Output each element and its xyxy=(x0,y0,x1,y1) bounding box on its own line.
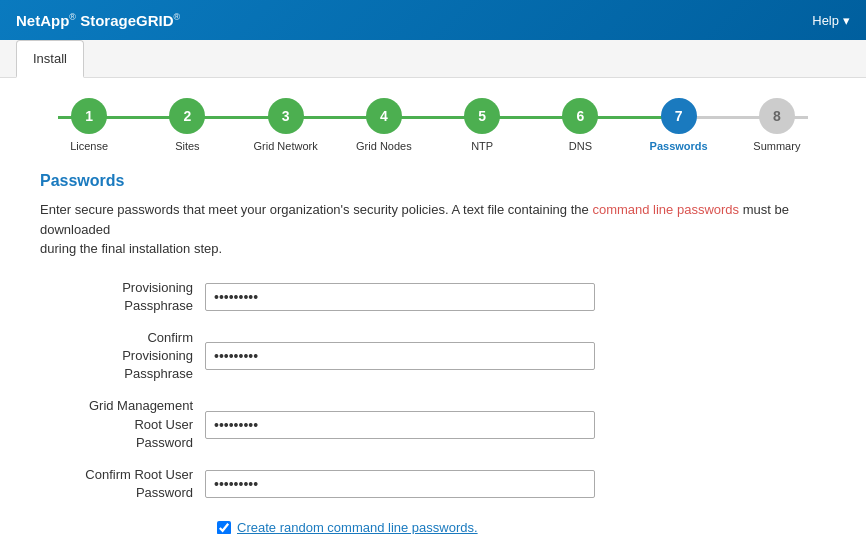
step-label-6: DNS xyxy=(569,140,592,152)
provisioning-passphrase-label: ProvisioningPassphrase xyxy=(40,279,205,329)
step-label-7: Passwords xyxy=(650,140,708,152)
confirm-root-input[interactable] xyxy=(205,470,595,498)
step-circle-7: 7 xyxy=(661,98,697,134)
step-circle-6: 6 xyxy=(562,98,598,134)
step-circle-2: 2 xyxy=(169,98,205,134)
step-label-1: License xyxy=(70,140,108,152)
confirm-provisioning-input[interactable] xyxy=(205,342,595,370)
command-line-passwords-link[interactable]: command line passwords xyxy=(592,202,739,217)
provisioning-passphrase-row: ProvisioningPassphrase xyxy=(40,279,740,329)
confirm-root-cell xyxy=(205,466,740,516)
step-7[interactable]: 7 Passwords xyxy=(630,98,728,152)
step-label-4: Grid Nodes xyxy=(356,140,412,152)
step-3[interactable]: 3 Grid Network xyxy=(237,98,335,152)
step-circle-5: 5 xyxy=(464,98,500,134)
random-passwords-row: Create random command line passwords. xyxy=(40,520,826,534)
help-label: Help xyxy=(812,13,839,28)
wizard-steps: 1 License 2 Sites 3 Grid Network 4 Grid … xyxy=(40,98,826,152)
passwords-form: ProvisioningPassphrase ConfirmProvisioni… xyxy=(40,279,740,517)
logo-text: NetApp xyxy=(16,12,69,29)
confirm-provisioning-row: ConfirmProvisioningPassphrase xyxy=(40,329,740,398)
confirm-root-label: Confirm Root UserPassword xyxy=(40,466,205,516)
step-1[interactable]: 1 License xyxy=(40,98,138,152)
confirm-provisioning-cell xyxy=(205,329,740,398)
random-passwords-label[interactable]: Create random command line passwords. xyxy=(237,520,478,534)
grid-management-cell xyxy=(205,397,740,466)
step-5[interactable]: 5 NTP xyxy=(433,98,531,152)
step-label-3: Grid Network xyxy=(254,140,318,152)
confirm-provisioning-label: ConfirmProvisioningPassphrase xyxy=(40,329,205,398)
step-circle-1: 1 xyxy=(71,98,107,134)
description-text-4: during the final installation step. xyxy=(40,241,222,256)
step-circle-3: 3 xyxy=(268,98,304,134)
description-text-1: Enter secure passwords that meet your or… xyxy=(40,202,589,217)
page-description: Enter secure passwords that meet your or… xyxy=(40,200,820,259)
grid-management-row: Grid ManagementRoot UserPassword xyxy=(40,397,740,466)
step-circle-8: 8 xyxy=(759,98,795,134)
step-label-8: Summary xyxy=(753,140,800,152)
header: NetApp® StorageGRID® Help ▾ xyxy=(0,0,866,40)
page-content: Passwords Enter secure passwords that me… xyxy=(0,162,866,534)
step-8[interactable]: 8 Summary xyxy=(728,98,826,152)
page-title: Passwords xyxy=(40,172,826,190)
step-label-2: Sites xyxy=(175,140,199,152)
app-logo: NetApp® StorageGRID® xyxy=(16,12,180,29)
step-2[interactable]: 2 Sites xyxy=(138,98,236,152)
step-6[interactable]: 6 DNS xyxy=(531,98,629,152)
random-passwords-checkbox[interactable] xyxy=(217,521,231,534)
chevron-down-icon: ▾ xyxy=(843,13,850,28)
wizard-steps-container: 1 License 2 Sites 3 Grid Network 4 Grid … xyxy=(0,78,866,162)
step-4[interactable]: 4 Grid Nodes xyxy=(335,98,433,152)
grid-management-label: Grid ManagementRoot UserPassword xyxy=(40,397,205,466)
provisioning-passphrase-input[interactable] xyxy=(205,283,595,311)
provisioning-passphrase-cell xyxy=(205,279,740,329)
tab-install[interactable]: Install xyxy=(16,40,84,78)
tab-bar: Install xyxy=(0,40,866,78)
grid-management-input[interactable] xyxy=(205,411,595,439)
step-label-5: NTP xyxy=(471,140,493,152)
confirm-root-row: Confirm Root UserPassword xyxy=(40,466,740,516)
step-circle-4: 4 xyxy=(366,98,402,134)
help-button[interactable]: Help ▾ xyxy=(812,13,850,28)
product-name: StorageGRID xyxy=(80,12,173,29)
